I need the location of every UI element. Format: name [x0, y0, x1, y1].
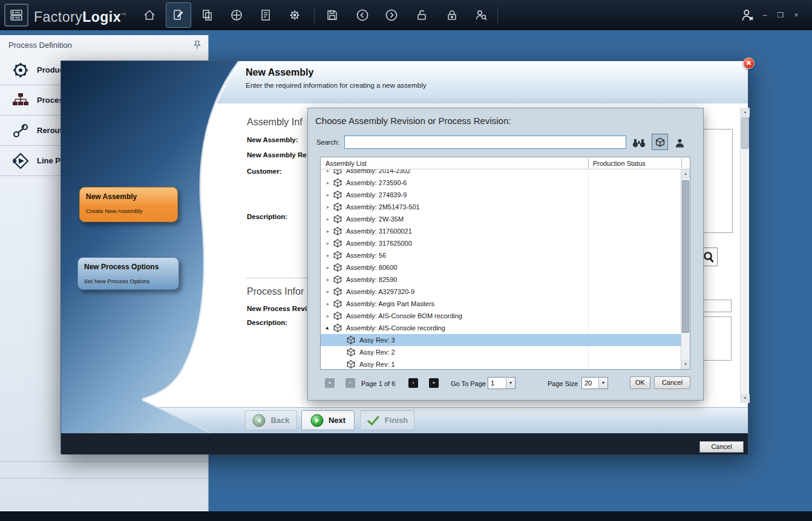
tree-expander-icon[interactable]: ▸ [324, 192, 332, 198]
redo-button[interactable] [379, 2, 404, 28]
app-title: FactoryLogix™ [34, 0, 126, 30]
assembly-row[interactable]: ▸Assembly: 80600 [321, 261, 681, 274]
chooser-cancel-button[interactable]: Cancel [654, 376, 690, 389]
close-window-button[interactable]: × [790, 10, 802, 21]
previous-page-button[interactable]: ‹ [345, 378, 355, 388]
assembly-row[interactable]: ▸Assembly: 56 [321, 249, 681, 261]
minimize-button[interactable]: – [759, 10, 771, 21]
maximize-button[interactable]: ❒ [774, 10, 787, 21]
first-page-button[interactable]: « [325, 378, 335, 388]
home-button[interactable] [137, 2, 162, 28]
assembly-row[interactable]: ▸Assembly: AIS-Console BOM recording [321, 310, 681, 322]
settings-button[interactable] [282, 2, 307, 28]
scroll-up-icon[interactable]: ▲ [741, 108, 750, 117]
list-viewport: ▸Assembly: 2014-2302▸Assembly: 273590-6▸… [321, 169, 681, 369]
binoculars-icon[interactable] [631, 136, 647, 149]
column-divider [681, 159, 682, 168]
tree-expander-icon[interactable]: ▸ [324, 204, 332, 210]
tree-expander-icon[interactable]: ▸ [324, 313, 332, 319]
panel-separator [0, 478, 208, 479]
person-icon[interactable] [672, 136, 687, 150]
release-button[interactable] [195, 2, 220, 28]
next-arrow-icon [310, 414, 324, 427]
assembly-view-toggle[interactable] [652, 134, 668, 150]
assembly-row[interactable]: ▸Assembly: AIS-Console recording [321, 322, 681, 334]
dialog-scrollbar[interactable]: ▲ ▼ [740, 108, 749, 403]
back-button[interactable]: Back [245, 410, 297, 430]
reports-button[interactable] [253, 2, 278, 28]
scroll-down-icon[interactable]: ▼ [681, 360, 690, 369]
assembly-row[interactable]: ▸Assembly: 274839-9 [321, 189, 681, 201]
tree-expander-icon[interactable]: ▸ [324, 216, 332, 222]
next-page-button[interactable]: › [408, 378, 418, 388]
column-divider[interactable] [588, 159, 589, 168]
column-production-status[interactable]: Production Status [593, 160, 646, 167]
dialog-close-button[interactable]: ✕ [743, 57, 755, 69]
back-circle-icon [355, 8, 370, 22]
tree-expander-icon[interactable]: ▸ [324, 264, 332, 270]
tree-expander-icon[interactable]: ▸ [324, 169, 332, 174]
edit-document-icon [171, 8, 186, 22]
tree-expander-icon[interactable]: ▸ [324, 240, 332, 246]
revision-row[interactable]: Assy Rev: 3 [321, 334, 681, 346]
finish-button[interactable]: Finish [360, 410, 414, 430]
toolbar-separator [497, 7, 498, 23]
tree-expander-icon[interactable]: ▸ [324, 277, 332, 283]
tree-expander-icon[interactable]: ▸ [324, 252, 332, 258]
assembly-row[interactable]: ▸Assembly: 2M51473-501 [321, 201, 681, 213]
product-definition-icon [12, 62, 29, 79]
new-process-options-shortcut-button[interactable]: New Process Options Set New Process Opti… [77, 257, 179, 290]
lock-button[interactable] [439, 2, 465, 28]
tree-expander-icon[interactable]: ▸ [323, 323, 333, 333]
ok-button[interactable]: OK [630, 376, 650, 389]
dialog-cancel-button[interactable]: Cancel [699, 441, 744, 453]
scrollbar-thumb[interactable] [741, 117, 749, 149]
revision-row[interactable]: Assy Rev: 1 [321, 358, 681, 369]
assembly-row[interactable]: ▸Assembly: 2W-35M [321, 213, 681, 225]
process-definition-button[interactable] [166, 2, 191, 28]
next-button[interactable]: Next [301, 410, 355, 430]
tree-expander-icon[interactable]: ▸ [324, 180, 332, 186]
row-label: Assembly: Aegis Part Masters [346, 300, 434, 307]
assembly-row[interactable]: ▸Assembly: Aegis Part Masters [321, 298, 681, 310]
assembly-cube-icon [333, 203, 344, 211]
column-assembly-list[interactable]: Assembly List [326, 160, 367, 167]
list-scrollbar[interactable]: ▲ ▼ [681, 169, 690, 369]
page-size-label: Page Size [548, 380, 578, 387]
revision-row[interactable]: Assy Rev: 2 [321, 346, 681, 358]
tree-expander-icon[interactable]: ▸ [324, 301, 332, 307]
assembly-row[interactable]: ▸Assembly: 317625000 [321, 237, 681, 249]
new-assembly-shortcut-button[interactable]: New Assembly Create New Assembly [79, 187, 178, 222]
logout-user-button[interactable] [735, 2, 760, 28]
save-button[interactable] [319, 2, 345, 28]
scroll-up-icon[interactable]: ▲ [681, 169, 690, 179]
row-label: Assembly: 2M51473-501 [346, 203, 420, 211]
panel-header: Process Definition [0, 35, 208, 55]
page-size-select[interactable]: 20 ▼ [581, 377, 608, 389]
assembly-rev-icon [347, 336, 357, 344]
scrollbar-thumb[interactable] [682, 180, 689, 333]
assembly-row[interactable]: ▸Assembly: 2014-2302 [321, 169, 681, 177]
row-label: Assembly: A3297320-9 [346, 288, 414, 295]
tree-expander-icon[interactable]: ▸ [324, 289, 332, 295]
assembly-row[interactable]: ▸Assembly: 317600021 [321, 225, 681, 237]
customer-label: Customer: [247, 168, 282, 175]
search-input[interactable] [344, 136, 626, 149]
find-user-button[interactable] [468, 2, 494, 28]
home-icon [142, 8, 157, 22]
goto-page-label: Go To Page [451, 380, 486, 387]
navigator-button[interactable] [224, 2, 249, 28]
unlock-button[interactable] [409, 2, 434, 28]
assembly-row[interactable]: ▸Assembly: A3297320-9 [321, 286, 681, 298]
shortcut-title: New Process Options [84, 263, 172, 271]
assembly-rev-icon [347, 360, 357, 369]
row-label: Assembly: 56 [346, 252, 386, 259]
tree-expander-icon[interactable]: ▸ [324, 228, 332, 234]
undo-button[interactable] [350, 2, 375, 28]
scroll-down-icon[interactable]: ▼ [741, 394, 750, 403]
assembly-row[interactable]: ▸Assembly: 82590 [321, 274, 681, 286]
pin-icon[interactable] [194, 41, 201, 50]
assembly-row[interactable]: ▸Assembly: 273590-6 [321, 177, 681, 189]
goto-page-select[interactable]: 1 ▼ [488, 377, 516, 389]
last-page-button[interactable]: » [429, 378, 439, 388]
